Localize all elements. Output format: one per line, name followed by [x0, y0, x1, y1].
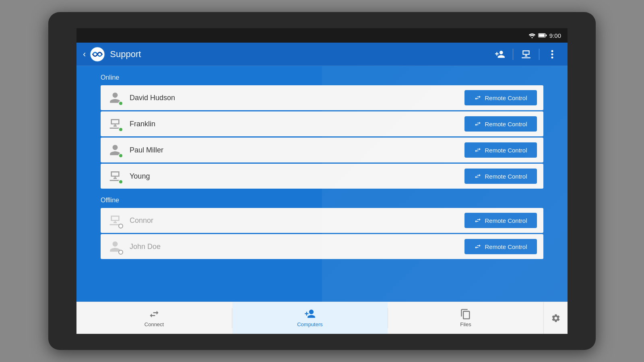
contact-row-connor[interactable]: Connor Remote Control	[101, 208, 543, 233]
nav-label-files: Files	[460, 321, 471, 327]
svg-rect-2	[546, 35, 547, 37]
screen-share-button[interactable]	[517, 45, 535, 63]
contact-icon-paul-miller	[107, 142, 123, 158]
bottom-nav: Connect Computers Files	[76, 302, 568, 334]
remote-control-button-franklin[interactable]: Remote Control	[464, 116, 537, 132]
more-button[interactable]	[543, 45, 561, 63]
status-icons: 9:00	[528, 32, 561, 39]
offline-contact-list: Connor Remote Control John Doe	[101, 208, 543, 259]
status-bar: 9:00	[76, 28, 568, 43]
online-dot	[118, 101, 123, 106]
contact-icon-young	[107, 168, 123, 184]
online-section-label: Online	[101, 74, 543, 81]
nav-item-connect[interactable]: Connect	[76, 302, 232, 334]
svg-rect-1	[539, 34, 545, 37]
contact-row-paul-miller[interactable]: Paul Miller Remote Control	[101, 138, 543, 162]
online-contact-list: David Hudson Remote Control Franklin	[101, 85, 543, 189]
nav-item-computers[interactable]: Computers	[232, 302, 388, 334]
remote-control-button-john[interactable]: Remote Control	[464, 239, 537, 254]
contact-name-franklin: Franklin	[130, 120, 458, 128]
add-user-button[interactable]	[491, 45, 509, 63]
svg-point-4	[551, 50, 553, 52]
contact-row-david-hudson[interactable]: David Hudson Remote Control	[101, 85, 543, 110]
online-dot-franklin	[118, 127, 123, 132]
connect-icon	[149, 309, 160, 320]
battery-icon	[538, 33, 547, 38]
nav-label-connect: Connect	[144, 321, 164, 327]
contact-name-paul: Paul Miller	[130, 146, 458, 154]
contact-name: David Hudson	[130, 94, 458, 102]
remote-control-button-young[interactable]: Remote Control	[464, 169, 537, 184]
tablet-device: 9:00 ‹ Support	[48, 12, 596, 350]
settings-button[interactable]	[543, 302, 568, 334]
svg-point-6	[551, 56, 553, 58]
top-bar-actions	[491, 45, 561, 63]
offline-dot-connor	[118, 224, 123, 228]
settings-icon	[551, 313, 561, 323]
back-button[interactable]: ‹	[83, 49, 86, 60]
tablet-screen: 9:00 ‹ Support	[76, 28, 568, 334]
app-title: Support	[110, 49, 491, 60]
top-bar: ‹ Support	[76, 43, 568, 66]
contact-icon-john-doe	[107, 239, 123, 255]
remote-control-button-paul[interactable]: Remote Control	[464, 142, 537, 158]
contact-icon-franklin	[107, 116, 123, 132]
contact-row-franklin[interactable]: Franklin Remote Control	[101, 111, 543, 136]
contact-name-young: Young	[130, 172, 458, 181]
svg-point-5	[551, 53, 553, 55]
online-dot-young	[118, 179, 123, 184]
contact-name-john-doe: John Doe	[130, 243, 458, 251]
divider-1	[513, 49, 513, 60]
app-logo	[90, 47, 105, 62]
offline-dot-john	[118, 250, 123, 255]
wifi-icon	[528, 33, 536, 38]
nav-item-files[interactable]: Files	[388, 302, 543, 334]
main-content: Online David Hudson Remote Control	[76, 66, 568, 302]
computers-icon	[304, 309, 316, 320]
status-time: 9:00	[549, 32, 561, 39]
contact-row-john-doe[interactable]: John Doe Remote Control	[101, 234, 543, 259]
files-icon	[460, 309, 471, 320]
remote-control-button-david[interactable]: Remote Control	[464, 90, 537, 105]
divider-2	[539, 49, 539, 60]
contact-row-young[interactable]: Young Remote Control	[101, 164, 543, 189]
offline-section-label: Offline	[101, 197, 543, 204]
contact-name-connor: Connor	[130, 216, 458, 225]
nav-label-computers: Computers	[297, 321, 323, 327]
online-dot-paul	[118, 153, 123, 158]
contact-icon-connor	[107, 212, 123, 228]
contact-icon-david-hudson	[107, 90, 123, 106]
remote-control-button-connor[interactable]: Remote Control	[464, 213, 537, 228]
